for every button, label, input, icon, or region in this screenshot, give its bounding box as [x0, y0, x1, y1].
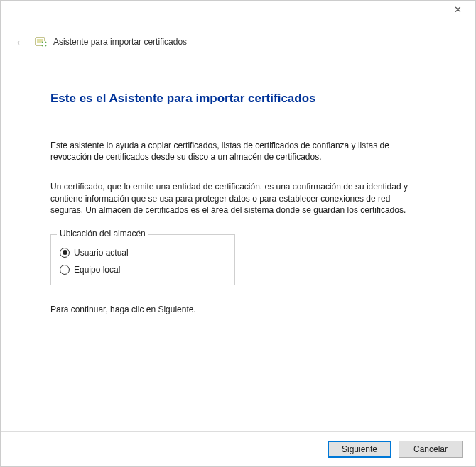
wizard-window: ✕ ← Asistente para importar certificados…	[0, 0, 476, 467]
radio-current-user[interactable]: Usuario actual	[60, 248, 226, 258]
page-title: Este es el Asistente para importar certi…	[50, 92, 426, 106]
wizard-footer: Siguiente Cancelar	[1, 431, 475, 466]
close-icon[interactable]: ✕	[447, 4, 468, 16]
radio-current-user-label: Usuario actual	[74, 248, 129, 258]
wizard-header: ← Asistente para importar certificados	[1, 22, 475, 49]
certificate-icon	[35, 35, 48, 48]
continue-hint: Para continuar, haga clic en Siguiente.	[50, 304, 420, 315]
title-bar: ✕	[1, 1, 475, 22]
cancel-button[interactable]: Cancelar	[399, 441, 463, 458]
store-location-legend: Ubicación del almacén	[57, 229, 148, 238]
back-arrow-icon[interactable]: ←	[13, 35, 29, 49]
radio-local-machine-label: Equipo local	[74, 265, 120, 275]
radio-icon	[60, 265, 70, 275]
intro-paragraph-2: Un certificado, que lo emite una entidad…	[50, 181, 420, 216]
intro-paragraph-1: Este asistente lo ayuda a copiar certifi…	[50, 140, 420, 163]
radio-local-machine[interactable]: Equipo local	[60, 265, 226, 275]
next-button[interactable]: Siguiente	[328, 441, 391, 458]
store-location-group: Ubicación del almacén Usuario actual Equ…	[50, 234, 235, 285]
wizard-caption: Asistente para importar certificados	[53, 37, 187, 47]
wizard-content: Este es el Asistente para importar certi…	[1, 49, 475, 431]
radio-icon	[60, 248, 70, 258]
